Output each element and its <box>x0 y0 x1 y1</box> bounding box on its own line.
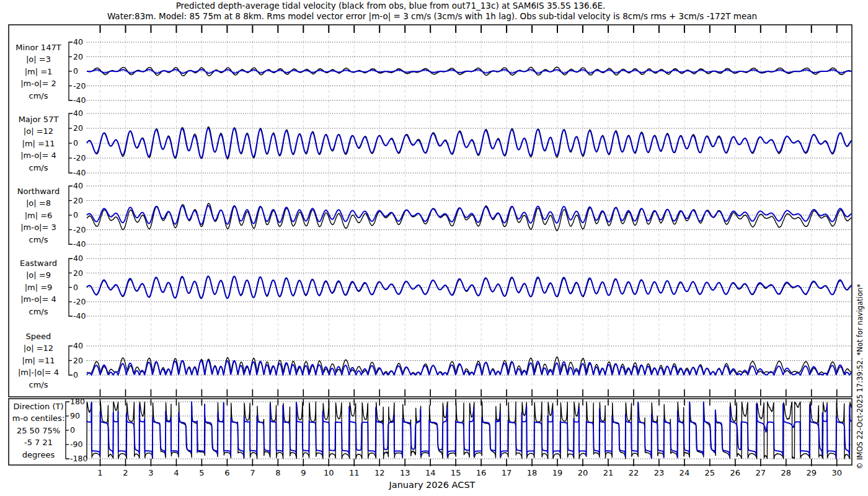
panel-label-line: degrees <box>22 450 55 459</box>
x-tick-label: 26 <box>730 468 741 477</box>
x-tick-label: 19 <box>552 468 563 477</box>
x-tick-label: 12 <box>374 468 385 477</box>
panel-label-line: Northward <box>17 187 60 196</box>
panel-label-line: |o| =3 <box>26 55 51 64</box>
x-tick-label: 6 <box>224 468 229 477</box>
y-tick-label: 40 <box>73 341 83 350</box>
x-tick-label: 22 <box>629 468 639 477</box>
x-tick-label: 5 <box>199 468 204 477</box>
panel-label-line: |m-o|= 4 <box>20 294 56 304</box>
x-tick-label: 14 <box>425 468 436 477</box>
y-tick-label: 0 <box>73 370 78 379</box>
y-tick-label: 40 <box>73 108 83 118</box>
x-axis-label: January 2026 ACST <box>389 480 476 490</box>
x-tick-label: 15 <box>451 468 461 477</box>
imos-watermark: © IMOS 22-Oct-2025 17:39:52. *Not for na… <box>856 284 864 469</box>
y-tick-label: 0 <box>70 425 75 435</box>
x-tick-label: 4 <box>174 468 179 477</box>
y-tick-label: 0 <box>73 66 78 76</box>
x-tick-label: 13 <box>400 468 410 477</box>
x-tick-label: 7 <box>250 468 255 477</box>
panel-label-line: |m|-|o|= 4 <box>18 368 59 377</box>
panel-label-line: Minor 147T <box>16 43 61 52</box>
y-tick-label: -180 <box>70 454 87 463</box>
y-tick-label: 20 <box>73 196 83 205</box>
panel-label-line: Eastward <box>20 259 57 268</box>
panel-label-line: |m-o|= 2 <box>20 79 56 88</box>
panel-label-line: |m| =11 <box>22 139 55 148</box>
x-tick-label: 2 <box>123 468 128 477</box>
x-tick-label: 8 <box>275 468 280 477</box>
panel-label-line: |m-o|= 4 <box>20 151 56 160</box>
panel-label-line: |m| =1 <box>25 67 53 76</box>
y-tick-label: 0 <box>73 138 78 148</box>
panel-label-line: m-o centiles: <box>12 414 65 423</box>
y-tick-label: 0 <box>73 283 78 292</box>
y-tick-label: 20 <box>73 52 83 61</box>
x-tick-label: 11 <box>349 468 360 477</box>
panel-label-line: |o| =8 <box>26 198 51 208</box>
x-tick-label: 23 <box>654 468 665 477</box>
y-tick-label: 20 <box>73 356 83 365</box>
y-tick-label: 20 <box>73 268 83 278</box>
y-tick-label: -40 <box>73 95 86 105</box>
y-tick-label: -20 <box>73 297 86 306</box>
panel-label-line: Major 57T <box>19 115 59 124</box>
panel-label-line: Speed <box>26 332 51 341</box>
panel-label-line: |m| =11 <box>22 356 55 365</box>
y-tick-label: -20 <box>73 81 86 91</box>
panel-label-line: |o| =12 <box>24 343 53 353</box>
chart-area: 40200-20-40Minor 147T|o| =3|m| =1|m-o|= … <box>9 25 852 477</box>
y-tick-label: -40 <box>73 239 86 249</box>
x-tick-label: 27 <box>756 468 766 477</box>
x-tick-label: 28 <box>781 468 792 477</box>
x-tick-label: 10 <box>324 468 334 477</box>
x-tick-label: 24 <box>680 468 690 477</box>
panel-label-line: cm/s <box>29 91 48 100</box>
x-tick-label: 3 <box>148 468 153 477</box>
panel-label-line: |m| =6 <box>25 211 53 220</box>
panel-label-line: |o| =12 <box>24 126 53 136</box>
x-tick-label: 25 <box>705 468 715 477</box>
panel-label-line: |m| =9 <box>25 283 53 292</box>
plot-title-line2: Water:83m. Model: 85 75m at 8 8km. Rms m… <box>107 11 757 22</box>
y-tick-label: -90 <box>70 440 82 449</box>
y-tick-label: 40 <box>73 254 83 263</box>
curve-obs-speed <box>87 357 852 375</box>
x-tick-label: 18 <box>527 468 538 477</box>
y-tick-label: 40 <box>73 37 83 46</box>
panel-label-line: cm/s <box>29 380 48 389</box>
y-tick-label: -20 <box>73 153 86 162</box>
x-tick-label: 1 <box>97 468 102 477</box>
y-tick-label: -20 <box>73 225 86 234</box>
y-tick-label: 0 <box>73 210 78 219</box>
tidal-velocity-plot: Predicted depth-average tidal velocity (… <box>0 0 868 496</box>
x-tick-label: 20 <box>578 468 588 477</box>
x-tick-label: 16 <box>476 468 487 477</box>
y-tick-label: -40 <box>73 311 86 321</box>
x-tick-label: 21 <box>603 468 614 477</box>
plot-title-line1: Predicted depth-average tidal velocity (… <box>176 1 606 11</box>
curve-model-major <box>87 128 852 158</box>
panel-label-line: cm/s <box>29 163 48 172</box>
panel-label-line: Direction (T) <box>14 402 64 411</box>
panel-label-line: 25 50 75% <box>17 426 60 435</box>
panel-label-line: cm/s <box>29 235 48 244</box>
x-tick-label: 30 <box>831 468 842 477</box>
y-tick-label: 20 <box>73 123 83 133</box>
x-tick-label: 17 <box>502 468 512 477</box>
panel-label-line: |o| =9 <box>26 270 51 280</box>
x-tick-label: 29 <box>806 468 817 477</box>
panel-label-line: -5 7 21 <box>24 438 53 447</box>
y-tick-label: 90 <box>70 411 80 420</box>
panel-label-line: |m-o|= 3 <box>20 223 56 232</box>
y-tick-label: 40 <box>73 181 83 190</box>
panel-label-line: cm/s <box>29 307 48 316</box>
x-tick-label: 9 <box>301 468 306 477</box>
y-tick-label: -40 <box>73 168 86 177</box>
